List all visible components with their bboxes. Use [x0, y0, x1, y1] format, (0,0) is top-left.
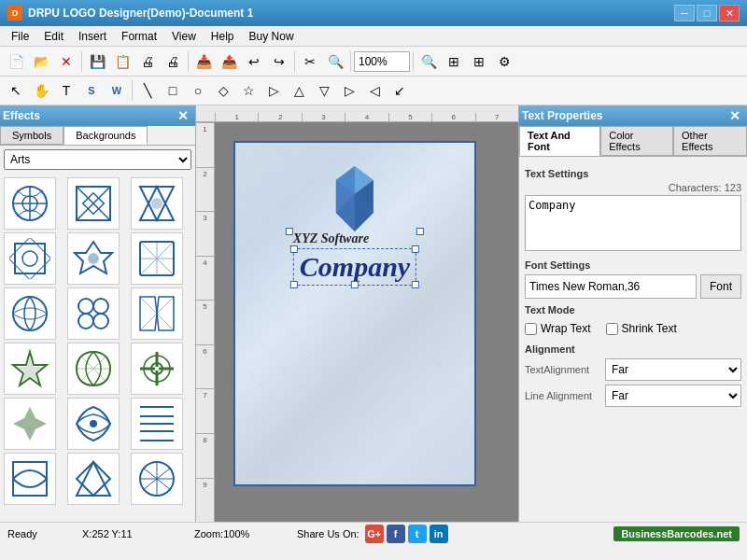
tb-import[interactable]: 📥 — [191, 49, 216, 74]
tb-ellipse[interactable]: ○ — [186, 78, 210, 103]
effect-item-13[interactable] — [67, 398, 120, 450]
effect-item-3[interactable] — [4, 232, 56, 285]
wrap-text-checkbox[interactable] — [525, 323, 537, 335]
tab-text-font[interactable]: Text And Font — [519, 126, 600, 156]
svg-rect-27 — [13, 462, 47, 496]
effect-item-14[interactable] — [131, 398, 183, 450]
font-value-input[interactable] — [525, 274, 697, 299]
tb-open[interactable]: 📂 — [29, 49, 53, 74]
tb-grid[interactable]: ⊞ — [467, 49, 491, 74]
maximize-button[interactable]: □ — [697, 5, 717, 21]
arts-select[interactable]: Arts Nature Abstract Geometric Tech — [4, 149, 191, 170]
tab-other-effects[interactable]: Other Effects — [673, 126, 747, 156]
status-ready: Ready — [7, 528, 63, 539]
effect-item-7[interactable] — [67, 287, 120, 340]
canvas-xyz-text: XYZ Software — [293, 231, 369, 245]
tb-zoom-out[interactable]: 🔍 — [416, 49, 441, 74]
tb-print-prev[interactable]: 🖨 — [135, 49, 160, 74]
tb-save[interactable]: 💾 — [85, 49, 109, 74]
effect-item-16[interactable] — [67, 453, 120, 505]
tb-redo[interactable]: ↪ — [267, 49, 291, 74]
tb-wordart[interactable]: S — [79, 78, 104, 103]
tb-text[interactable]: T — [54, 78, 78, 103]
effect-item-0[interactable] — [4, 177, 56, 230]
tb-line[interactable]: ╲ — [135, 78, 160, 103]
menu-view[interactable]: View — [164, 28, 204, 45]
title-bar: D DRPU LOGO Designer(Demo)-Document 1 ─ … — [0, 0, 747, 26]
share-facebook-icon[interactable]: f — [387, 525, 405, 543]
font-button[interactable]: Font — [700, 274, 741, 299]
tb-arrow-r2[interactable]: ▷ — [337, 78, 361, 103]
close-button[interactable]: ✕ — [719, 5, 740, 21]
tb-hand[interactable]: ✋ — [29, 78, 53, 103]
effects-header: Effects ✕ — [0, 105, 195, 126]
tb-select[interactable]: ↖ — [4, 78, 28, 103]
text-area-container — [525, 195, 741, 254]
props-close[interactable]: ✕ — [726, 108, 744, 123]
effect-item-10[interactable] — [67, 343, 120, 395]
effect-item-17[interactable] — [131, 453, 183, 505]
props-body: Text Settings Characters: 123 Font Setti… — [519, 157, 747, 522]
businessbarcodes-logo[interactable]: BusinessBarcodes.net — [613, 526, 740, 541]
menu-insert[interactable]: Insert — [71, 28, 114, 45]
tb-new[interactable]: 📄 — [4, 49, 28, 74]
share-twitter-icon[interactable]: t — [408, 525, 427, 543]
shrink-text-checkbox[interactable] — [606, 323, 618, 335]
tb-print[interactable]: 🖨 — [161, 49, 185, 74]
tb-undo[interactable]: ↩ — [242, 49, 266, 74]
tb-cut[interactable]: ✂ — [298, 49, 322, 74]
wrap-text-row: Wrap Text — [525, 322, 591, 335]
tab-color-effects[interactable]: Color Effects — [600, 126, 673, 156]
ruler-mark-7: 7 — [475, 113, 518, 121]
tab-backgrounds[interactable]: Backgrounds — [63, 126, 148, 145]
tb-arrow-r[interactable]: ▷ — [261, 78, 286, 103]
ruler-mark-6: 6 — [431, 113, 474, 121]
line-alignment-select[interactable]: Near Center Far — [605, 385, 741, 407]
share-google-icon[interactable]: G+ — [365, 525, 384, 543]
tab-symbols[interactable]: Symbols — [0, 126, 63, 145]
tb-export[interactable]: 📤 — [217, 49, 241, 74]
share-linkedin-icon[interactable]: in — [430, 525, 448, 543]
text-mode-section: Text Mode Wrap Text Shrink Text — [525, 304, 741, 338]
text-content-input[interactable] — [525, 195, 741, 251]
status-bar: Ready X:252 Y:11 Zoom:100% Share Us On: … — [0, 522, 747, 544]
effect-item-1[interactable] — [67, 177, 120, 230]
tb-curve[interactable]: ↙ — [388, 78, 412, 103]
minimize-button[interactable]: ─ — [674, 5, 695, 21]
tb-wordart2[interactable]: W — [105, 78, 129, 103]
tb-fit[interactable]: ⊞ — [442, 49, 466, 74]
effect-item-15[interactable] — [4, 453, 56, 505]
ruler-mark-1: 1 — [215, 113, 258, 121]
effect-item-6[interactable] — [4, 287, 56, 340]
effect-item-2[interactable] — [131, 177, 183, 230]
menu-buynow[interactable]: Buy Now — [242, 28, 302, 45]
effect-item-9[interactable] — [4, 343, 56, 395]
tb-zoom-in[interactable]: 🔍 — [323, 49, 347, 74]
effect-item-8[interactable] — [131, 287, 183, 340]
effect-item-11[interactable] — [131, 343, 183, 395]
tb-arrow-d[interactable]: ▽ — [312, 78, 336, 103]
menu-help[interactable]: Help — [204, 28, 242, 45]
tb-arrow-l[interactable]: ◁ — [362, 78, 387, 103]
ruler-mark-3: 3 — [302, 113, 345, 121]
tb-settings[interactable]: ⚙ — [492, 49, 516, 74]
tb-star[interactable]: ☆ — [236, 78, 261, 103]
effects-close[interactable]: ✕ — [174, 108, 192, 123]
tb-close-doc[interactable]: ✕ — [54, 49, 78, 74]
tb-rect[interactable]: □ — [161, 78, 185, 103]
effect-item-12[interactable] — [4, 398, 56, 450]
zoom-input[interactable] — [354, 51, 410, 72]
menu-format[interactable]: Format — [114, 28, 164, 45]
menu-edit[interactable]: Edit — [36, 28, 71, 45]
text-alignment-select[interactable]: Near Center Far — [605, 358, 741, 381]
effect-item-4[interactable] — [67, 232, 120, 285]
tb-diamond[interactable]: ◇ — [211, 78, 235, 103]
canvas-scroll[interactable]: XYZ Software — [215, 122, 518, 522]
line-alignment-label: Line Alignment — [525, 390, 599, 401]
alignment-label: Alignment — [525, 343, 741, 355]
tb-sep-3 — [294, 51, 295, 72]
effect-item-5[interactable] — [131, 232, 183, 285]
tb-triangle[interactable]: △ — [287, 78, 311, 103]
menu-file[interactable]: File — [4, 28, 36, 45]
tb-save-as[interactable]: 📋 — [110, 49, 134, 74]
